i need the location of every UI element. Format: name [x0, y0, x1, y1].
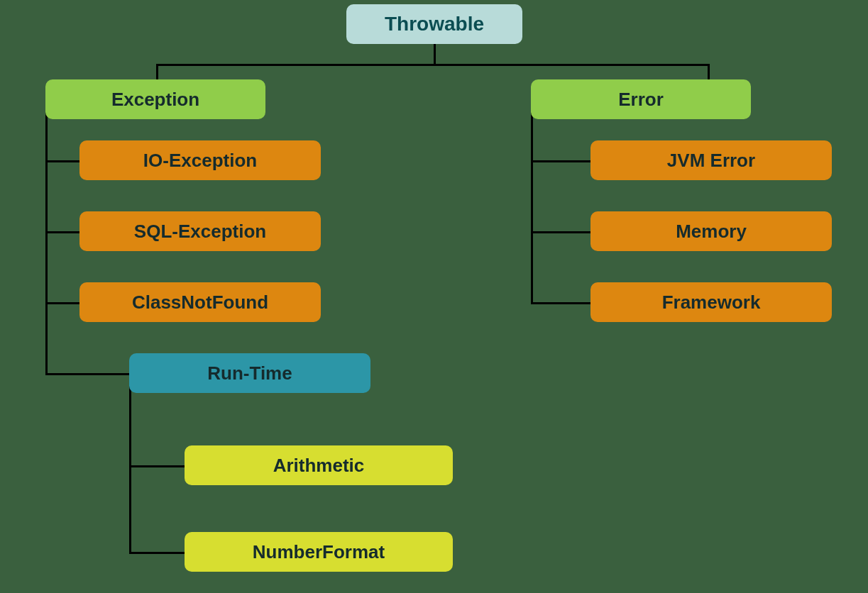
node-jvm-error: JVM Error [590, 140, 832, 180]
connector [434, 44, 436, 65]
connector [531, 231, 590, 233]
connector [708, 64, 710, 79]
node-framework: Framework [590, 282, 832, 322]
connector [156, 64, 158, 79]
node-error: Error [531, 79, 751, 119]
node-io-exception: IO-Exception [79, 140, 321, 180]
node-throwable: Throwable [346, 4, 522, 44]
connector [531, 99, 533, 304]
connector [156, 64, 710, 66]
connector [129, 552, 185, 554]
connector [129, 373, 131, 553]
node-exception: Exception [45, 79, 265, 119]
connector [45, 302, 81, 304]
node-run-time: Run-Time [129, 353, 370, 393]
connector [531, 160, 590, 162]
connector [45, 160, 81, 162]
node-arithmetic: Arithmetic [185, 445, 453, 485]
node-memory: Memory [590, 211, 832, 251]
node-sql-exception: SQL-Exception [79, 211, 321, 251]
connector [129, 465, 185, 467]
connector [45, 373, 129, 375]
connector [45, 231, 81, 233]
node-class-not-found: ClassNotFound [79, 282, 321, 322]
connector [531, 302, 590, 304]
connector [45, 99, 48, 375]
node-number-format: NumberFormat [185, 532, 453, 572]
